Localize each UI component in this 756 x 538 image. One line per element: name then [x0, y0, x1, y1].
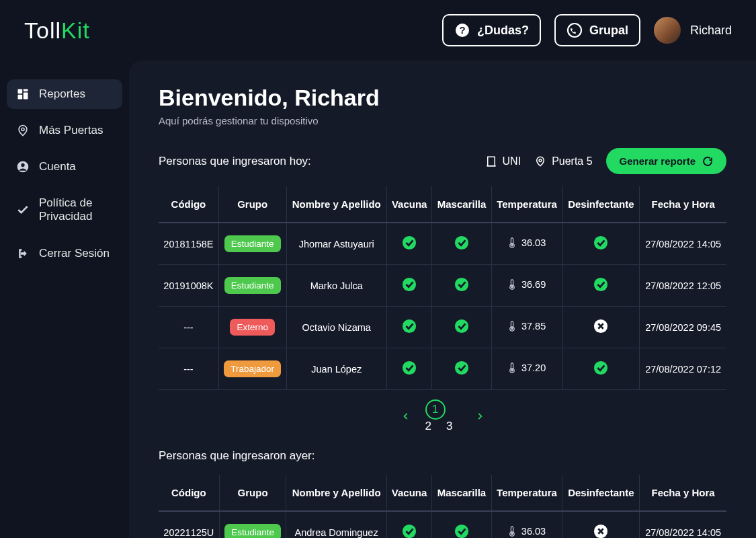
- logo-part2: Kit: [61, 17, 90, 43]
- cell-vaccine: [386, 307, 432, 348]
- svg-point-2: [568, 24, 581, 37]
- door-chip: Puerta 5: [534, 155, 592, 167]
- svg-point-43: [403, 525, 416, 538]
- check-circle-icon: [454, 524, 469, 538]
- page-number[interactable]: 3: [446, 420, 452, 432]
- logo-part1: Toll: [24, 17, 61, 43]
- cell-sanitizer: [562, 348, 640, 390]
- column-header: Grupo: [218, 186, 286, 223]
- main: Bienvenido, Richard Aquí podrás gestiona…: [129, 61, 756, 538]
- page-number[interactable]: 1: [425, 399, 446, 420]
- svg-point-21: [511, 244, 513, 246]
- cell-code: 20181158E: [159, 223, 218, 265]
- cell-temp: 37.85: [491, 307, 562, 348]
- svg-point-7: [22, 128, 24, 130]
- sidebar-item-label: Cerrar Sesión: [39, 247, 110, 260]
- cell-code: ---: [159, 307, 218, 348]
- column-header: Grupo: [219, 475, 286, 511]
- column-header: Vacuna: [386, 475, 432, 511]
- sidebar-item-label: Más Puertas: [39, 124, 103, 137]
- svg-point-23: [403, 278, 416, 291]
- group-label: Grupal: [589, 24, 628, 38]
- svg-point-17: [403, 236, 416, 249]
- cell-group: Estudiante: [218, 223, 286, 265]
- svg-point-33: [511, 328, 513, 330]
- cell-name: Octavio Nizama: [286, 307, 386, 348]
- group-badge: Trabajador: [224, 360, 281, 377]
- cell-temp: 37.20: [491, 348, 562, 390]
- cell-group: Externo: [218, 307, 286, 348]
- cell-datetime: 27/08/2022 09:45: [640, 307, 726, 348]
- cell-mask: [432, 265, 491, 307]
- help-label: ¿Dudas?: [477, 24, 529, 38]
- group-badge: Estudiante: [224, 524, 281, 538]
- cell-mask: [432, 511, 491, 538]
- temperature-value: 36.03: [508, 237, 546, 248]
- thermometer-icon: [508, 321, 516, 332]
- sidebar-item-reportes[interactable]: Reportes: [7, 79, 122, 109]
- cell-temp: 36.69: [491, 265, 562, 307]
- table-row: 20191008KEstudianteMarko Julca36.6927/08…: [159, 265, 726, 307]
- svg-rect-3: [18, 89, 23, 94]
- x-circle-icon: [593, 524, 608, 538]
- user-menu[interactable]: Richard: [654, 17, 732, 44]
- column-header: Nombre y Apellido: [286, 186, 386, 223]
- logout-icon: [16, 247, 30, 260]
- cell-code: 20221125U: [159, 511, 219, 538]
- cell-vaccine: [386, 511, 432, 538]
- cell-datetime: 27/08/2022 12:05: [640, 265, 726, 307]
- cell-name: Marko Julca: [286, 265, 386, 307]
- generate-label: Generar reporte: [620, 155, 696, 167]
- column-header: Temperatura: [491, 475, 562, 511]
- logo: TollKit: [24, 17, 90, 44]
- check-circle-icon: [593, 277, 608, 292]
- cell-datetime: 27/08/2022 07:12: [640, 348, 726, 390]
- thermometer-icon: [508, 237, 516, 248]
- check-icon: [16, 203, 30, 217]
- generate-report-button[interactable]: Generar reporte: [606, 148, 726, 174]
- cell-sanitizer: [562, 223, 640, 265]
- sidebar-item-mas-puertas[interactable]: Más Puertas: [7, 116, 122, 145]
- column-header: Temperatura: [491, 186, 562, 223]
- check-circle-icon: [593, 360, 608, 375]
- column-header: Código: [159, 186, 218, 223]
- today-title: Personas que ingresaron hoy:: [159, 155, 311, 168]
- group-button[interactable]: Grupal: [554, 14, 640, 46]
- sidebar-item-cerrar-sesion[interactable]: Cerrar Sesión: [7, 239, 122, 268]
- top-actions: ? ¿Dudas? Grupal Richard: [442, 14, 732, 46]
- sidebar-item-cuenta[interactable]: Cuenta: [7, 152, 122, 182]
- svg-point-42: [594, 361, 607, 375]
- column-header: Desinfectante: [562, 475, 640, 511]
- cell-mask: [432, 307, 491, 348]
- topbar: TollKit ? ¿Dudas? Grupal Richard: [0, 0, 756, 61]
- cell-vaccine: [386, 223, 432, 265]
- sidebar-item-privacidad[interactable]: Política de Privacidad: [7, 188, 122, 232]
- cell-group: Trabajador: [218, 348, 286, 390]
- today-section-head: Personas que ingresaron hoy: UNI Puerta …: [159, 148, 726, 174]
- temperature-value: 37.85: [508, 321, 546, 332]
- svg-point-9: [21, 163, 24, 167]
- svg-point-22: [594, 236, 607, 249]
- chevron-right-icon[interactable]: [475, 412, 485, 421]
- cell-temp: 36.03: [491, 511, 562, 538]
- cell-name: Jhomar Astuyauri: [286, 223, 386, 265]
- check-circle-icon: [402, 319, 417, 334]
- svg-point-38: [455, 361, 468, 375]
- cell-datetime: 27/08/2022 14:05: [640, 511, 726, 538]
- chevron-left-icon[interactable]: [401, 412, 411, 421]
- svg-rect-4: [24, 89, 28, 91]
- sidebar-item-label: Cuenta: [39, 160, 76, 174]
- check-circle-icon: [454, 277, 469, 292]
- table-row: ---TrabajadorJuan López37.2027/08/2022 0…: [159, 348, 726, 390]
- page-number[interactable]: 2: [425, 420, 431, 432]
- question-icon: ?: [454, 22, 470, 38]
- check-circle-icon: [402, 524, 417, 538]
- x-circle-icon: [593, 319, 608, 334]
- help-button[interactable]: ? ¿Dudas?: [442, 14, 541, 46]
- temperature-value: 36.69: [508, 279, 546, 290]
- cell-temp: 36.03: [491, 223, 562, 265]
- cell-mask: [432, 223, 491, 265]
- door-label: Puerta 5: [552, 155, 592, 167]
- yesterday-title: Personas que ingresaron ayer:: [159, 449, 726, 463]
- table-row: ---ExternoOctavio Nizama37.8527/08/2022 …: [159, 307, 726, 348]
